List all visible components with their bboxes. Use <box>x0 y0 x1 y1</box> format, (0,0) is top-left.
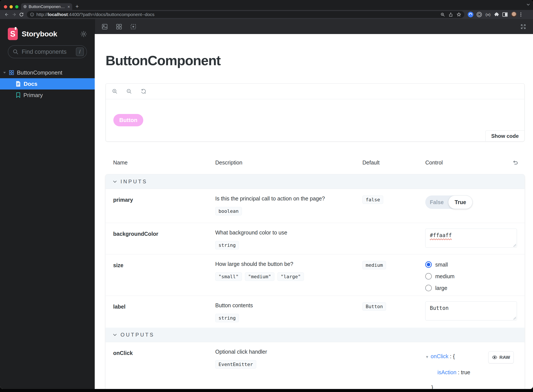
caret-down-icon[interactable] <box>3 72 6 74</box>
raw-label: RAW <box>499 355 510 360</box>
minimize-window-button[interactable] <box>9 5 13 9</box>
radio-label: small <box>435 261 448 268</box>
object-key[interactable]: onClick <box>431 353 449 359</box>
arg-description: Optional click handler <box>215 349 362 355</box>
reset-controls-icon[interactable] <box>512 159 519 166</box>
type-chip: "large" <box>277 272 304 281</box>
section-chevron-icon <box>113 180 117 183</box>
globe-favicon-icon <box>23 5 27 9</box>
braces-extension-icon[interactable]: {≡} <box>485 13 491 17</box>
preview-toolbar <box>106 84 524 99</box>
args-table: INPUTS primary Is this the principal cal… <box>106 174 524 389</box>
type-chip: string <box>215 241 239 249</box>
radio-label: medium <box>435 273 454 280</box>
radio-small[interactable]: small <box>425 261 517 268</box>
reload-button[interactable] <box>18 12 25 17</box>
header-default: Default <box>362 159 425 166</box>
arg-row-backgroundcolor: backgroundColor What background color to… <box>106 223 524 254</box>
radio-dot[interactable] <box>425 273 432 280</box>
radio-dot[interactable] <box>425 261 432 268</box>
arg-row-size: size How large should the button be? "sm… <box>106 254 524 296</box>
radio-large[interactable]: large <box>425 285 517 291</box>
search-shortcut-badge: / <box>76 47 84 56</box>
page-title: ButtonComponent <box>106 53 524 68</box>
arg-description: Button contents <box>215 302 362 308</box>
rings-extension-icon[interactable] <box>477 12 482 17</box>
address-bar[interactable]: http://localhost:4400/?path=/docs/button… <box>27 11 464 18</box>
toggle-true[interactable]: True <box>448 196 472 209</box>
radio-medium[interactable]: medium <box>425 273 517 280</box>
type-chip: "small" <box>215 272 242 281</box>
search-placeholder: Find components <box>22 49 66 55</box>
raw-toggle-button[interactable]: RAW <box>488 351 514 363</box>
browser-navbar: http://localhost:4400/?path=/docs/button… <box>0 10 533 19</box>
component-grid-icon <box>9 70 14 75</box>
zoom-reset-icon[interactable] <box>140 89 146 94</box>
section-chevron-icon <box>113 333 117 336</box>
canvas-toolbar <box>95 19 533 34</box>
type-chip: "medium" <box>245 272 274 281</box>
grid-tool-icon[interactable] <box>116 23 122 30</box>
arg-row-label: label Button contents string Button Butt… <box>106 296 524 328</box>
label-input[interactable]: Button <box>425 301 517 321</box>
new-tab-button[interactable]: + <box>75 4 79 9</box>
fullscreen-expand-icon[interactable] <box>520 23 527 30</box>
storybook-logo[interactable]: S <box>8 28 18 40</box>
gear-icon[interactable] <box>80 30 87 38</box>
background-tool-icon[interactable] <box>101 23 108 30</box>
side-panel-icon[interactable] <box>502 12 508 17</box>
arg-description: How large should the button be? <box>215 261 362 267</box>
zoom-window-button[interactable] <box>15 5 19 9</box>
backgroundcolor-input[interactable]: #ffaaff <box>425 229 517 248</box>
zoom-in-icon[interactable] <box>112 89 118 94</box>
forward-button[interactable] <box>10 12 18 17</box>
tab-search-chevron-icon[interactable] <box>527 4 530 6</box>
back-button[interactable] <box>3 12 10 17</box>
default-chip: false <box>362 196 383 204</box>
outline-tool-icon[interactable] <box>130 23 136 30</box>
search-input[interactable]: Find components / <box>8 45 87 58</box>
info-icon[interactable] <box>30 12 34 17</box>
password-manager-icon[interactable] <box>468 12 473 17</box>
arg-row-primary: primary Is this the principal call to ac… <box>106 189 524 223</box>
puzzle-extension-icon[interactable] <box>494 12 499 17</box>
profile-avatar[interactable] <box>511 11 517 18</box>
component-tree: ButtonComponent Docs Primary <box>0 67 95 101</box>
toggle-false[interactable]: False <box>425 199 448 205</box>
boolean-toggle[interactable]: False True <box>425 196 472 209</box>
close-window-button[interactable] <box>4 5 7 9</box>
url-text: http://localhost:4400/?path=/docs/button… <box>36 12 438 17</box>
share-icon[interactable] <box>449 12 453 17</box>
preview-button[interactable]: Button <box>113 114 143 126</box>
radio-dot[interactable] <box>425 285 432 291</box>
object-key[interactable]: isAction <box>437 369 457 375</box>
header-control: Control <box>425 159 517 166</box>
docs-page: ButtonComponent <box>95 34 533 389</box>
show-code-button[interactable]: Show code <box>485 131 524 141</box>
sidebar-item-primary[interactable]: Primary <box>0 89 95 101</box>
section-inputs[interactable]: INPUTS <box>106 174 524 189</box>
tab-close-icon[interactable]: × <box>67 5 70 9</box>
zoom-out-icon[interactable] <box>126 89 132 94</box>
type-chip: boolean <box>215 207 242 215</box>
object-value: true <box>461 369 470 375</box>
menu-dots-icon[interactable] <box>520 12 522 17</box>
object-expander-icon[interactable]: ▼ <box>425 355 429 359</box>
input-value: #ffaaff <box>430 232 452 238</box>
arg-description: What background color to use <box>215 229 362 236</box>
tab-title: ButtonComponent - Docs · Sto <box>29 4 66 9</box>
search-icon <box>13 49 19 55</box>
section-outputs[interactable]: OUTPUTS <box>106 328 524 342</box>
story-bookmark-icon <box>16 92 20 98</box>
radio-label: large <box>435 285 447 291</box>
sidebar-item-docs[interactable]: Docs <box>0 78 95 89</box>
object-line: isAction : true <box>425 365 517 380</box>
zoom-page-icon[interactable] <box>440 12 445 17</box>
story-preview-card: Button Show code <box>106 84 524 141</box>
browser-tab[interactable]: ButtonComponent - Docs · Sto × <box>21 3 72 10</box>
bookmark-star-icon[interactable] <box>457 12 461 17</box>
logo-letter: S <box>10 29 15 39</box>
sidebar-item-buttoncomponent[interactable]: ButtonComponent <box>0 67 95 78</box>
arg-row-onclick: onClick Optional click handler EventEmit… <box>106 342 524 389</box>
section-label: INPUTS <box>121 178 147 185</box>
